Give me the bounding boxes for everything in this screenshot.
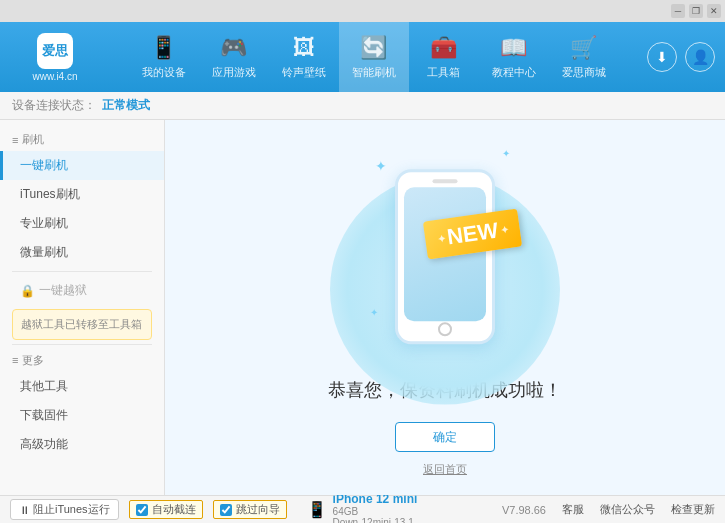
sidebar-section-title-more: ≡ 更多 (0, 349, 164, 372)
sidebar-item-micro-flash[interactable]: 微量刷机 (0, 238, 164, 267)
bottom-bar: ⏸ 阻止iTunes运行 自动截连 跳过向导 📱 iPhone 12 mini … (0, 495, 725, 523)
status-bar: 设备连接状态： 正常模式 (0, 92, 725, 120)
device-storage: 64GB (333, 506, 418, 517)
sparkle-2: ✦ (502, 148, 510, 159)
nav-label-smart-flash: 智能刷机 (352, 65, 396, 80)
customer-service-link[interactable]: 客服 (562, 502, 584, 517)
tutorial-icon: 📖 (500, 35, 527, 61)
nav-item-apps-games[interactable]: 🎮 应用游戏 (199, 22, 269, 92)
phone-home-btn (438, 322, 452, 336)
sparkle-3: ✦ (370, 307, 378, 318)
user-btn[interactable]: 👤 (685, 42, 715, 72)
nav-items: 📱 我的设备 🎮 应用游戏 🖼 铃声壁纸 🔄 智能刷机 🧰 工具箱 📖 教程中心… (100, 22, 647, 92)
phone-icon: 📱 (150, 35, 177, 61)
sidebar-item-advanced[interactable]: 高级功能 (0, 430, 164, 459)
nav-item-my-device[interactable]: 📱 我的设备 (129, 22, 199, 92)
device-info: 📱 iPhone 12 mini 64GB Down-12mini-13,1 (307, 492, 418, 524)
nav-label-apps-games: 应用游戏 (212, 65, 256, 80)
nav-item-tutorial[interactable]: 📖 教程中心 (479, 22, 549, 92)
sidebar-item-other-tools[interactable]: 其他工具 (0, 372, 164, 401)
main-layout: ≡ 刷机 一键刷机 iTunes刷机 专业刷机 微量刷机 🔒 一键越狱 (0, 120, 725, 495)
device-model: Down-12mini-13,1 (333, 517, 418, 524)
header: 爱思 www.i4.cn 📱 我的设备 🎮 应用游戏 🖼 铃声壁纸 🔄 智能刷机… (0, 22, 725, 92)
divider-1 (12, 271, 152, 272)
section-icon-more: ≡ (12, 354, 18, 366)
itunes-button[interactable]: ⏸ 阻止iTunes运行 (10, 499, 119, 520)
check-update-link[interactable]: 检查更新 (671, 502, 715, 517)
title-bar: ─ ❐ ✕ (0, 0, 725, 22)
minimize-btn[interactable]: ─ (671, 4, 685, 18)
bottom-left: ⏸ 阻止iTunes运行 自动截连 跳过向导 📱 iPhone 12 mini … (10, 492, 417, 524)
toolbox-icon: 🧰 (430, 35, 457, 61)
sidebar-item-one-key-flash[interactable]: 一键刷机 (0, 151, 164, 180)
content-area: ✦ ✦ ✦ NEW 恭喜您，保资料刷机成功啦！ 确定 返回首页 (165, 120, 725, 495)
nav-label-my-device: 我的设备 (142, 65, 186, 80)
nav-label-tutorial: 教程中心 (492, 65, 536, 80)
wechat-link[interactable]: 微信公众号 (600, 502, 655, 517)
smart-icon: 🔄 (360, 35, 387, 61)
skip-guide-input[interactable] (220, 504, 232, 516)
sidebar: ≡ 刷机 一键刷机 iTunes刷机 专业刷机 微量刷机 🔒 一键越狱 (0, 120, 165, 495)
logo-area: 爱思 www.i4.cn (10, 33, 100, 82)
nav-item-store[interactable]: 🛒 爱思商城 (549, 22, 619, 92)
phone-illustration: ✦ ✦ ✦ NEW (365, 138, 525, 358)
back-link[interactable]: 返回首页 (423, 462, 467, 477)
close-btn[interactable]: ✕ (707, 4, 721, 18)
sparkle-1: ✦ (375, 158, 387, 174)
jailbreak-notice: 越狱工具已转移至工具箱 (12, 309, 152, 340)
sidebar-section-title-flash: ≡ 刷机 (0, 128, 164, 151)
game-icon: 🎮 (220, 35, 247, 61)
sidebar-item-itunes-flash[interactable]: iTunes刷机 (0, 180, 164, 209)
section-icon-flash: ≡ (12, 134, 18, 146)
lock-icon: 🔒 (20, 284, 35, 298)
store-icon: 🛒 (570, 35, 597, 61)
nav-item-ringtone-wallpaper[interactable]: 🖼 铃声壁纸 (269, 22, 339, 92)
nav-label-toolbox: 工具箱 (427, 65, 460, 80)
sidebar-section-more: ≡ 更多 其他工具 下载固件 高级功能 (0, 349, 164, 459)
itunes-icon: ⏸ (19, 504, 30, 516)
status-value: 正常模式 (102, 97, 150, 114)
wallpaper-icon: 🖼 (293, 35, 315, 61)
download-btn[interactable]: ⬇ (647, 42, 677, 72)
bottom-right: V7.98.66 客服 微信公众号 检查更新 (502, 502, 715, 517)
sidebar-item-download-firmware[interactable]: 下载固件 (0, 401, 164, 430)
device-details: iPhone 12 mini 64GB Down-12mini-13,1 (333, 492, 418, 524)
sidebar-section-title-jailbreak: 🔒 一键越狱 (0, 276, 164, 305)
divider-2 (12, 344, 152, 345)
auto-start-input[interactable] (136, 504, 148, 516)
auto-start-checkbox[interactable]: 自动截连 (129, 500, 203, 519)
confirm-button[interactable]: 确定 (395, 422, 495, 452)
sidebar-item-pro-flash[interactable]: 专业刷机 (0, 209, 164, 238)
logo-text: www.i4.cn (32, 71, 77, 82)
sidebar-section-jailbreak: 🔒 一键越狱 越狱工具已转移至工具箱 (0, 276, 164, 340)
status-label: 设备连接状态： (12, 97, 96, 114)
nav-label-ringtone-wallpaper: 铃声壁纸 (282, 65, 326, 80)
nav-item-toolbox[interactable]: 🧰 工具箱 (409, 22, 479, 92)
nav-item-smart-flash[interactable]: 🔄 智能刷机 (339, 22, 409, 92)
logo-icon: 爱思 (37, 33, 73, 69)
sidebar-section-flash: ≡ 刷机 一键刷机 iTunes刷机 专业刷机 微量刷机 (0, 128, 164, 267)
header-right: ⬇ 👤 (647, 42, 715, 72)
nav-label-store: 爱思商城 (562, 65, 606, 80)
skip-guide-checkbox[interactable]: 跳过向导 (213, 500, 287, 519)
restore-btn[interactable]: ❐ (689, 4, 703, 18)
version-text: V7.98.66 (502, 504, 546, 516)
new-badge-text: NEW (445, 218, 499, 251)
phone-speaker (433, 179, 458, 183)
device-icon: 📱 (307, 500, 327, 519)
